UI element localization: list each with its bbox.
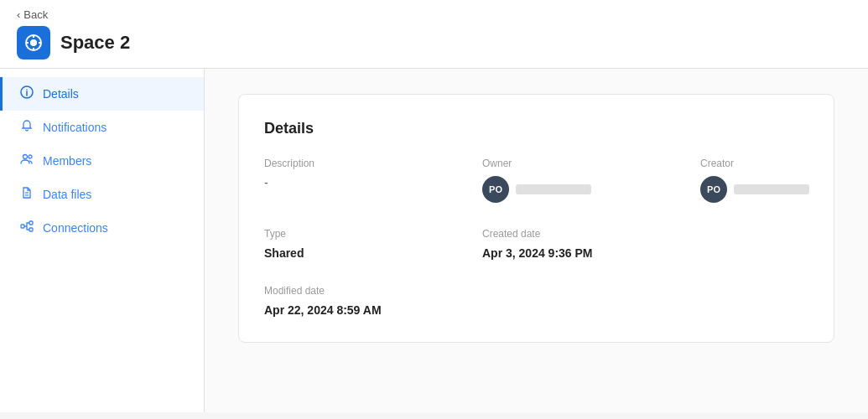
description-label: Description [264,158,449,169]
owner-name-bar [516,184,591,194]
svg-point-8 [26,89,28,91]
creator-field: Creator PO [700,158,868,203]
sidebar-item-data-files[interactable]: Data files [0,178,204,211]
creator-avatar: PO [700,176,727,203]
created-date-field: Created date Apr 3, 2024 9:36 PM [482,228,667,260]
modified-date-value: Apr 22, 2024 8:59 AM [264,303,449,317]
connections-icon [19,220,34,236]
type-field: Type Shared [264,228,449,260]
owner-field: Owner PO [482,158,667,203]
content-title: Details [264,120,808,137]
sidebar-item-details[interactable]: Details [0,77,204,111]
details-icon [19,85,34,102]
back-link[interactable]: ‹ Back [17,8,851,21]
sidebar-item-data-files-label: Data files [43,188,91,201]
sidebar-item-notifications-label: Notifications [43,121,107,134]
sidebar-item-members[interactable]: Members [0,144,204,178]
description-value: - [264,176,449,189]
type-value: Shared [264,246,449,260]
back-label: Back [23,8,48,21]
svg-point-9 [23,155,28,159]
top-bar: ‹ Back Space 2 [0,0,868,69]
owner-label: Owner [482,158,667,169]
description-field: Description - [264,158,449,203]
members-icon [19,153,34,169]
svg-rect-14 [29,221,33,225]
created-date-label: Created date [482,228,667,240]
sidebar-item-notifications[interactable]: Notifications [0,111,204,144]
owner-row: PO [482,176,667,203]
svg-rect-13 [21,225,24,228]
sidebar-item-details-label: Details [43,87,79,101]
type-label: Type [264,228,449,240]
sidebar-item-members-label: Members [43,154,91,168]
svg-rect-15 [29,228,33,231]
space-header: Space 2 [17,26,851,59]
empty-field [700,228,868,260]
space-title: Space 2 [60,32,130,54]
sidebar-item-connections-label: Connections [43,221,108,235]
creator-label: Creator [700,158,868,169]
created-date-value: Apr 3, 2024 9:36 PM [482,246,667,260]
main-layout: Details Notifications Members [0,69,868,412]
sidebar-item-connections[interactable]: Connections [0,211,204,245]
content-area: Details Description - Owner PO [205,69,868,412]
details-grid: Description - Owner PO Creator [264,158,808,317]
bell-icon [19,119,34,136]
owner-avatar: PO [482,176,509,203]
space-icon [17,26,50,59]
svg-point-1 [30,39,37,46]
svg-point-10 [29,155,32,158]
creator-row: PO [700,176,868,203]
back-arrow-icon: ‹ [17,8,20,21]
content-card: Details Description - Owner PO [238,94,834,343]
modified-date-field: Modified date Apr 22, 2024 8:59 AM [264,285,449,317]
file-icon [19,186,34,203]
modified-date-label: Modified date [264,285,449,297]
sidebar: Details Notifications Members [0,69,205,412]
creator-name-bar [734,184,809,194]
